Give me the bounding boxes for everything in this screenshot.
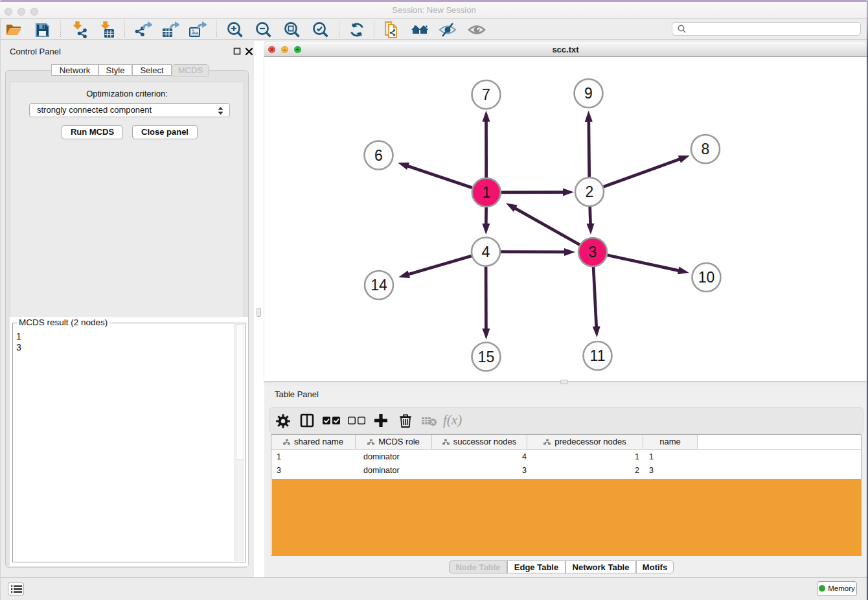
svg-text:7: 7 <box>482 86 490 103</box>
svg-text:14: 14 <box>371 277 387 294</box>
svg-text:4: 4 <box>482 244 490 260</box>
svg-text:15: 15 <box>478 349 495 365</box>
svg-text:11: 11 <box>590 347 606 364</box>
svg-text:10: 10 <box>698 269 715 286</box>
svg-text:3: 3 <box>589 244 597 260</box>
svg-text:6: 6 <box>374 147 383 164</box>
svg-text:8: 8 <box>702 141 710 157</box>
svg-text:2: 2 <box>586 183 594 200</box>
svg-text:1: 1 <box>482 184 490 201</box>
svg-text:9: 9 <box>584 85 593 102</box>
